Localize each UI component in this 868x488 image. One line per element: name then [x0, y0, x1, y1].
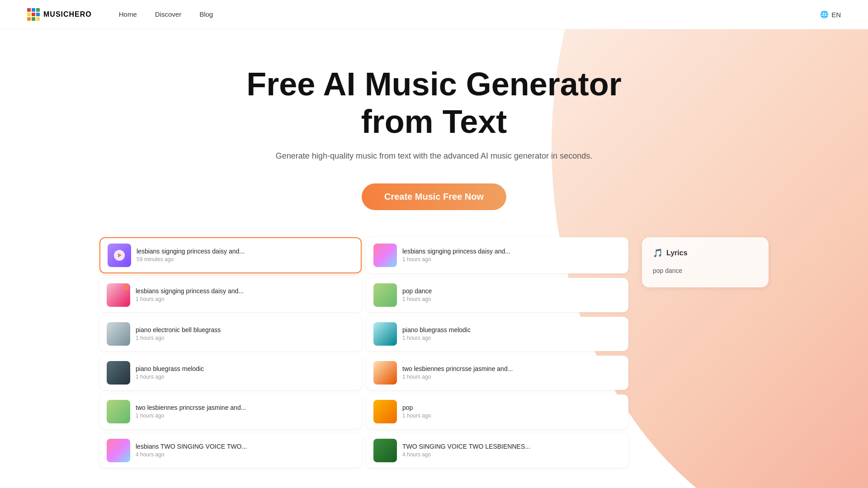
music-info: piano bluegrass melodic 1 hours ago [136, 365, 354, 380]
music-thumbnail [107, 439, 130, 462]
nav-links: Home Discover Blog [119, 10, 213, 19]
music-time: 4 hours ago [136, 451, 354, 458]
music-card[interactable]: lesbians signging princess daisy and... … [366, 237, 628, 273]
music-info: two lesbiennes princrsse jasmine and... … [402, 365, 621, 380]
music-time: 1 hours ago [402, 413, 621, 419]
music-thumbnail [373, 283, 397, 307]
music-info: lesbians signging princess daisy and... … [137, 248, 354, 263]
music-time: 1 hours ago [136, 296, 354, 302]
music-card[interactable]: lesbians TWO SINGING VOICE TWO... 4 hour… [99, 433, 362, 468]
music-card[interactable]: TWO SINGING VOICE TWO LESBIENNES... 4 ho… [366, 433, 628, 468]
music-thumbnail [107, 361, 130, 385]
music-thumbnail [373, 439, 397, 462]
play-button[interactable] [114, 250, 125, 261]
music-card[interactable]: piano bluegrass melodic 1 hours ago [99, 356, 362, 390]
hero-section: Free AI Music Generator from Text Genera… [0, 29, 868, 237]
music-title: lesbians signging princess daisy and... [136, 287, 354, 295]
music-title: pop [402, 404, 621, 411]
music-title: lesbians TWO SINGING VOICE TWO... [136, 443, 354, 450]
music-title: two lesbiennes princrsse jasmine and... [402, 365, 621, 372]
music-card[interactable]: pop dance 1 hours ago [366, 278, 628, 312]
music-time: 1 hours ago [402, 374, 621, 380]
music-thumbnail [373, 361, 397, 385]
music-card[interactable]: lesbians signging princess daisy and... … [99, 278, 362, 312]
hero-subtitle: Generate high-quality music from text wi… [9, 151, 859, 161]
music-thumbnail [107, 400, 130, 423]
music-card[interactable]: piano bluegrass melodic 1 hours ago [366, 317, 628, 351]
lyrics-header: 🎵 Lyrics [653, 248, 758, 258]
music-time: 1 hours ago [136, 413, 354, 419]
music-title: lesbians signging princess daisy and... [402, 248, 621, 255]
status-badge [124, 285, 128, 290]
music-title: lesbians signging princess daisy and... [137, 248, 354, 255]
music-info: pop dance 1 hours ago [402, 287, 621, 302]
music-title: piano electronic bell bluegrass [136, 326, 354, 333]
music-card[interactable]: piano electronic bell bluegrass 1 hours … [99, 317, 362, 351]
music-time: 4 hours ago [402, 451, 621, 458]
language-switcher[interactable]: 🌐 EN [820, 10, 841, 19]
music-thumbnail [107, 283, 130, 307]
music-title: pop dance [402, 287, 621, 295]
music-card[interactable]: two lesbiennes princrsse jasmine and... … [366, 356, 628, 390]
music-title: two lesbiennes princrsse jasmine and... [136, 404, 354, 411]
music-time: 1 hours ago [136, 335, 354, 341]
cta-button[interactable]: Create Music Free Now [362, 183, 506, 210]
lyrics-content: pop dance [653, 265, 758, 277]
music-time: 1 hours ago [402, 335, 621, 341]
music-title: piano bluegrass melodic [402, 326, 621, 333]
music-thumbnail [108, 244, 131, 267]
music-thumbnail [373, 244, 397, 267]
lyrics-panel: 🎵 Lyrics pop dance [642, 237, 769, 287]
nav-discover[interactable]: Discover [155, 10, 181, 18]
music-list: lesbians signging princess daisy and... … [99, 237, 628, 468]
music-title: piano bluegrass melodic [136, 365, 354, 372]
music-time: 59 minutes ago [137, 256, 354, 263]
music-time: 1 hours ago [136, 374, 354, 380]
navbar: MUSICHERO Home Discover Blog 🌐 EN [0, 0, 868, 29]
hero-title: Free AI Music Generator from Text [9, 66, 859, 141]
music-card[interactable]: pop 1 hours ago [366, 394, 628, 429]
logo-icon [27, 8, 40, 21]
music-time: 1 hours ago [402, 296, 621, 302]
lyrics-label: Lyrics [666, 249, 688, 257]
music-title: TWO SINGING VOICE TWO LESBIENNES... [402, 443, 621, 450]
music-note-icon: 🎵 [653, 248, 663, 258]
music-thumbnail [107, 322, 130, 346]
music-card[interactable]: lesbians signging princess daisy and... … [99, 237, 362, 273]
music-info: lesbians signging princess daisy and... … [136, 287, 354, 302]
music-info: piano bluegrass melodic 1 hours ago [402, 326, 621, 341]
music-info: pop 1 hours ago [402, 404, 621, 419]
music-thumbnail [373, 322, 397, 346]
language-label: EN [831, 11, 841, 19]
music-info: lesbians TWO SINGING VOICE TWO... 4 hour… [136, 443, 354, 458]
music-card[interactable]: two lesbiennes princrsse jasmine and... … [99, 394, 362, 429]
music-time: 1 hours ago [402, 256, 621, 263]
music-info: piano electronic bell bluegrass 1 hours … [136, 326, 354, 341]
music-info: two lesbiennes princrsse jasmine and... … [136, 404, 354, 419]
translate-icon: 🌐 [820, 10, 829, 19]
logo[interactable]: MUSICHERO [27, 8, 92, 21]
nav-home[interactable]: Home [119, 10, 137, 18]
main-content: lesbians signging princess daisy and... … [0, 237, 868, 468]
nav-blog[interactable]: Blog [199, 10, 213, 18]
music-info: lesbians signging princess daisy and... … [402, 248, 621, 263]
logo-text: MUSICHERO [43, 10, 92, 19]
music-thumbnail [373, 400, 397, 423]
music-info: TWO SINGING VOICE TWO LESBIENNES... 4 ho… [402, 443, 621, 458]
